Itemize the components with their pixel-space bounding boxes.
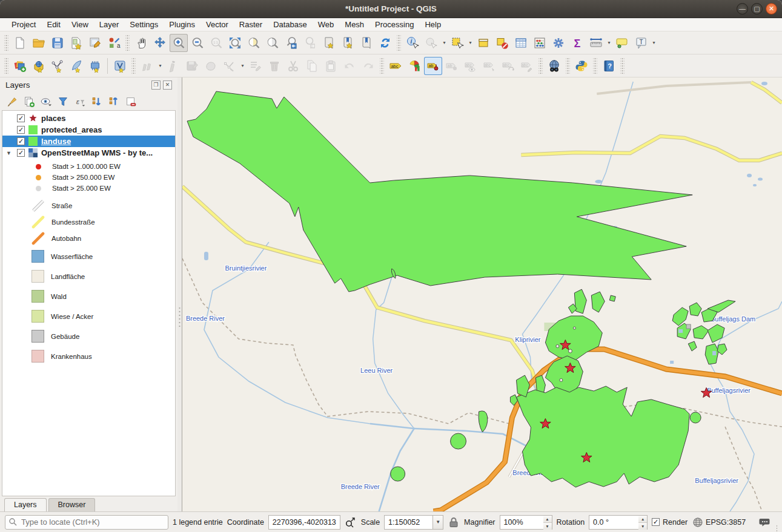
processing-toolbox-button[interactable] [549, 34, 568, 52]
layer-item-protected-areas[interactable]: ✓ protected_areas [2, 124, 175, 136]
layer-item-places[interactable]: ✓ places [2, 113, 175, 124]
minimize-button[interactable]: — [737, 3, 748, 15]
open-project-button[interactable] [30, 34, 48, 52]
new-spatialite-layer-button[interactable] [67, 57, 85, 75]
style-manager-button[interactable]: a [105, 34, 123, 52]
cut-features-button[interactable] [284, 57, 302, 75]
map-canvas[interactable]: Bruintjiesrivier Breede River Leeu River… [182, 77, 782, 511]
new-shapefile-layer-button[interactable] [48, 57, 67, 75]
pin-labels-button[interactable]: ab [424, 57, 442, 75]
toolbar-grip[interactable] [397, 35, 401, 51]
layer-item-landuse[interactable]: ✓ landuse [2, 136, 175, 147]
new-project-button[interactable] [11, 34, 29, 52]
layer-checkbox[interactable]: ✓ [17, 137, 25, 145]
scale-dropdown-icon[interactable]: ▼ [432, 515, 443, 530]
unpin-labels-button[interactable]: ab [443, 57, 461, 75]
copy-features-button[interactable] [303, 57, 321, 75]
deselect-all-button[interactable] [493, 34, 511, 52]
vertex-tool-button[interactable] [220, 57, 239, 75]
toggle-editing-dropdown[interactable]: ▾ [157, 63, 164, 68]
edit-button[interactable] [164, 57, 182, 75]
save-project-button[interactable] [48, 34, 67, 52]
scale-value[interactable]: 1:150052 [384, 515, 432, 530]
coordinate-field[interactable]: 2270396,-4020313 [268, 515, 340, 530]
resize-grip[interactable] [776, 525, 777, 532]
layer-checkbox[interactable]: ✓ [17, 126, 25, 134]
redo-button[interactable] [359, 57, 377, 75]
text-annotation-button[interactable]: T [632, 34, 650, 52]
show-sum-button[interactable]: Σ [568, 34, 586, 52]
zoom-next-button[interactable] [301, 34, 319, 52]
zoom-to-selection-button[interactable] [245, 34, 263, 52]
scale-combo[interactable]: 1:150052 ▼ [384, 515, 443, 530]
pan-to-selection-button[interactable] [151, 34, 169, 52]
tab-layers[interactable]: Layers [4, 498, 47, 511]
menu-settings[interactable]: Settings [124, 19, 164, 30]
annotation-dropdown[interactable]: ▾ [651, 40, 657, 45]
toggle-editing-button[interactable] [138, 57, 156, 75]
measure-dropdown[interactable]: ▾ [606, 40, 612, 45]
panel-float-icon[interactable]: ❐ [151, 80, 161, 90]
layer-checkbox[interactable]: ✓ [17, 114, 25, 122]
collapse-all-button[interactable] [106, 94, 121, 109]
refresh-button[interactable] [376, 34, 394, 52]
manage-map-themes-button[interactable] [38, 94, 53, 109]
magnifier-spinbox[interactable]: 100% ▲▼ [500, 515, 552, 530]
toolbar-grip[interactable] [538, 58, 543, 74]
expander-icon[interactable]: ▼ [6, 150, 13, 156]
new-temporary-scratch-layer-button[interactable] [86, 57, 104, 75]
menu-layer[interactable]: Layer [94, 19, 125, 30]
new-print-layout-button[interactable] [67, 34, 85, 52]
layer-styling-button[interactable] [405, 57, 423, 75]
statistical-summary-button[interactable] [531, 34, 549, 52]
change-label-button[interactable]: abc [518, 57, 536, 75]
zoom-native-button[interactable]: 1:1 [207, 34, 225, 52]
crs-value[interactable]: EPSG:3857 [706, 518, 746, 527]
paste-features-button[interactable] [322, 57, 340, 75]
run-feature-action-dropdown[interactable]: ▾ [441, 40, 448, 45]
locator-search[interactable] [5, 515, 168, 530]
show-layout-manager-button[interactable] [86, 34, 104, 52]
zoom-in-button[interactable] [170, 34, 188, 52]
open-attribute-table-button[interactable] [512, 34, 530, 52]
maximize-button[interactable]: ▢ [751, 3, 763, 15]
rotation-spin-arrows[interactable]: ▲▼ [638, 515, 648, 530]
menu-mesh[interactable]: Mesh [339, 19, 369, 30]
add-group-button[interactable] [21, 94, 36, 109]
layer-item-openstreetmap-wms[interactable]: ▼ ✓ OpenStreetMap WMS - by te... [2, 147, 175, 159]
toolbar-grip[interactable] [380, 58, 384, 74]
new-virtual-layer-button[interactable] [111, 57, 129, 75]
select-by-value-button[interactable] [474, 34, 492, 52]
locator-input[interactable] [5, 515, 168, 530]
toolbar-grip[interactable] [566, 58, 570, 74]
toolbar-grip[interactable] [4, 58, 8, 74]
zoom-to-layer-button[interactable] [263, 34, 282, 52]
select-features-button[interactable] [448, 34, 466, 52]
toolbar-grip[interactable] [620, 58, 625, 74]
panel-splitter[interactable] [177, 77, 182, 511]
move-label-button[interactable]: abc [480, 57, 499, 75]
remove-layer-button[interactable] [123, 94, 138, 109]
new-spatial-bookmark-button[interactable] [320, 34, 338, 52]
messages-icon[interactable] [758, 516, 770, 528]
render-checkbox[interactable]: ✓ [652, 518, 660, 526]
rotate-label-button[interactable]: abc [499, 57, 517, 75]
toolbar-grip[interactable] [125, 35, 130, 51]
lock-icon[interactable] [448, 516, 460, 528]
layer-checkbox[interactable]: ✓ [17, 149, 25, 157]
menu-web[interactable]: Web [313, 19, 340, 30]
toolbar-grip[interactable] [131, 58, 136, 74]
run-feature-action-button[interactable] [422, 34, 440, 52]
open-layer-styling-button[interactable] [4, 94, 19, 109]
menu-project[interactable]: Project [6, 19, 41, 30]
filter-legend-button[interactable] [55, 94, 70, 109]
show-spatial-bookmarks-button[interactable] [339, 34, 357, 52]
toolbar-grip[interactable] [4, 35, 8, 51]
select-features-dropdown[interactable]: ▾ [467, 40, 474, 45]
menu-edit[interactable]: Edit [41, 19, 65, 30]
zoom-last-button[interactable] [282, 34, 300, 52]
identify-features-button[interactable]: i [403, 34, 422, 52]
zoom-out-button[interactable] [188, 34, 207, 52]
undo-button[interactable] [340, 57, 359, 75]
measure-button[interactable] [587, 34, 605, 52]
